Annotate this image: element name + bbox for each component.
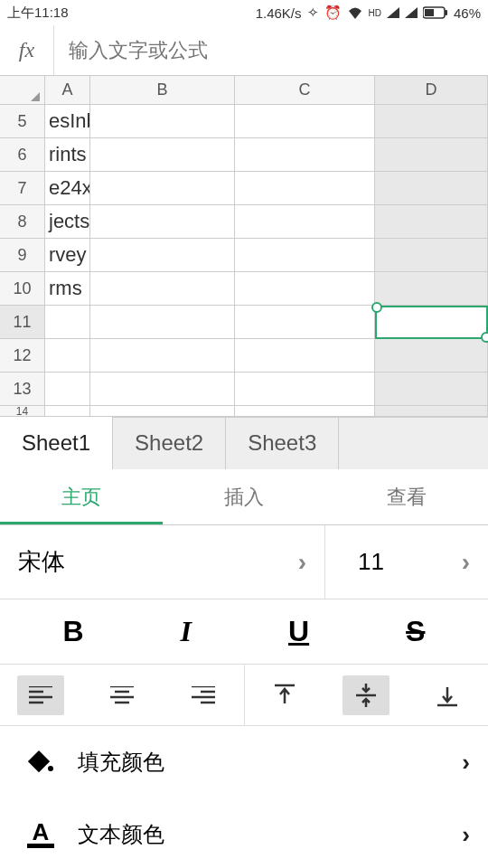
row-header[interactable]: 7 xyxy=(0,172,45,204)
col-header-c[interactable]: C xyxy=(235,76,375,104)
formula-bar: fx xyxy=(0,25,488,76)
cell[interactable] xyxy=(45,373,90,405)
battery-icon xyxy=(423,6,448,19)
signal2-icon xyxy=(405,7,418,18)
cell[interactable] xyxy=(235,138,375,171)
tab-insert[interactable]: 插入 xyxy=(163,469,325,524)
cell[interactable] xyxy=(375,239,488,271)
text-style-row: B I U S xyxy=(0,599,488,665)
row-header[interactable]: 12 xyxy=(0,339,45,372)
cell[interactable] xyxy=(375,406,488,416)
cell[interactable] xyxy=(375,272,488,305)
chevron-right-icon: › xyxy=(462,749,470,777)
cell[interactable] xyxy=(90,172,235,204)
tab-home[interactable]: 主页 xyxy=(0,469,163,524)
select-all-corner[interactable] xyxy=(0,76,45,104)
wifi-icon xyxy=(347,6,363,19)
bold-button[interactable]: B xyxy=(62,615,83,648)
battery-percent: 46% xyxy=(454,5,481,21)
cell[interactable] xyxy=(90,138,235,171)
font-name-select[interactable]: 宋体 › xyxy=(0,525,325,599)
cell[interactable] xyxy=(45,306,90,338)
cell[interactable] xyxy=(90,205,235,238)
chevron-right-icon: › xyxy=(298,548,306,577)
format-tabs: 主页 插入 查看 xyxy=(0,469,488,525)
cell[interactable] xyxy=(90,306,235,338)
cell[interactable] xyxy=(375,373,488,405)
cell[interactable]: rints xyxy=(45,138,90,171)
svg-point-3 xyxy=(48,766,53,771)
cell[interactable] xyxy=(235,339,375,372)
cell[interactable] xyxy=(45,406,90,416)
selection-handle-icon[interactable] xyxy=(481,332,488,343)
cell[interactable] xyxy=(90,105,235,137)
row-header[interactable]: 6 xyxy=(0,138,45,171)
row-header[interactable]: 14 xyxy=(0,406,45,416)
align-left-button[interactable] xyxy=(17,675,64,715)
text-color-option[interactable]: A 文本颜色 › xyxy=(0,798,488,868)
font-row: 宋体 › 11 › xyxy=(0,525,488,599)
cell[interactable] xyxy=(235,373,375,405)
cell[interactable] xyxy=(375,172,488,204)
sheet-tab-3[interactable]: Sheet3 xyxy=(226,417,339,469)
col-header-a[interactable]: A xyxy=(45,76,90,104)
cell[interactable] xyxy=(90,373,235,405)
valign-top-button[interactable] xyxy=(261,675,308,715)
italic-button[interactable]: I xyxy=(181,615,192,648)
strikethrough-button[interactable]: S xyxy=(406,615,425,648)
cell[interactable] xyxy=(375,339,488,372)
fill-color-icon xyxy=(18,749,63,776)
status-bar: 上午11:18 1.46K/s ✧ ⏰ HD 46% xyxy=(0,0,488,25)
cell[interactable]: e24x7 xyxy=(45,172,90,204)
spreadsheet: A B C D 5esInbox 6rints 7e24x7 8jects 9r… xyxy=(0,76,488,417)
cell[interactable] xyxy=(90,406,235,416)
status-time: 上午11:18 xyxy=(7,5,69,22)
cell[interactable] xyxy=(45,339,90,372)
svg-rect-2 xyxy=(445,10,447,15)
col-header-b[interactable]: B xyxy=(90,76,235,104)
valign-bottom-button[interactable] xyxy=(424,675,471,715)
cell[interactable] xyxy=(375,205,488,238)
text-color-icon: A xyxy=(18,820,63,849)
signal-hd-icon: HD xyxy=(369,8,381,18)
col-header-d[interactable]: D xyxy=(375,76,488,104)
cell[interactable] xyxy=(90,339,235,372)
cell[interactable] xyxy=(235,239,375,271)
fill-color-option[interactable]: 填充颜色 › xyxy=(0,726,488,798)
cell[interactable] xyxy=(90,272,235,305)
cell[interactable] xyxy=(235,172,375,204)
align-right-button[interactable] xyxy=(180,675,227,715)
cell[interactable] xyxy=(375,105,488,137)
font-size-value: 11 xyxy=(358,548,384,576)
cell[interactable]: jects xyxy=(45,205,90,238)
cell[interactable]: esInbox xyxy=(45,105,90,137)
cell[interactable]: rms xyxy=(45,272,90,305)
row-header[interactable]: 13 xyxy=(0,373,45,405)
tab-view[interactable]: 查看 xyxy=(325,469,488,524)
cell-selection[interactable] xyxy=(375,306,488,339)
valign-middle-button[interactable] xyxy=(343,675,389,715)
formula-input[interactable] xyxy=(54,39,488,62)
row-header[interactable]: 11 xyxy=(0,306,45,338)
signal-icon xyxy=(387,7,399,18)
cell[interactable] xyxy=(235,306,375,338)
row-header[interactable]: 10 xyxy=(0,272,45,305)
cell[interactable] xyxy=(235,272,375,305)
row-header[interactable]: 8 xyxy=(0,205,45,238)
sheet-tab-2[interactable]: Sheet2 xyxy=(113,417,226,469)
chevron-right-icon: › xyxy=(462,821,470,849)
row-header[interactable]: 9 xyxy=(0,239,45,271)
font-size-select[interactable]: 11 › xyxy=(325,525,488,599)
align-center-button[interactable] xyxy=(99,675,145,715)
cell[interactable]: rvey xyxy=(45,239,90,271)
cell[interactable] xyxy=(235,406,375,416)
row-header[interactable]: 5 xyxy=(0,105,45,137)
cell[interactable] xyxy=(90,239,235,271)
selection-handle-icon[interactable] xyxy=(371,302,382,313)
font-name-value: 宋体 xyxy=(18,546,65,578)
cell[interactable] xyxy=(375,138,488,171)
underline-button[interactable]: U xyxy=(288,615,309,648)
sheet-tab-1[interactable]: Sheet1 xyxy=(0,417,113,469)
cell[interactable] xyxy=(235,105,375,137)
cell[interactable] xyxy=(235,205,375,238)
